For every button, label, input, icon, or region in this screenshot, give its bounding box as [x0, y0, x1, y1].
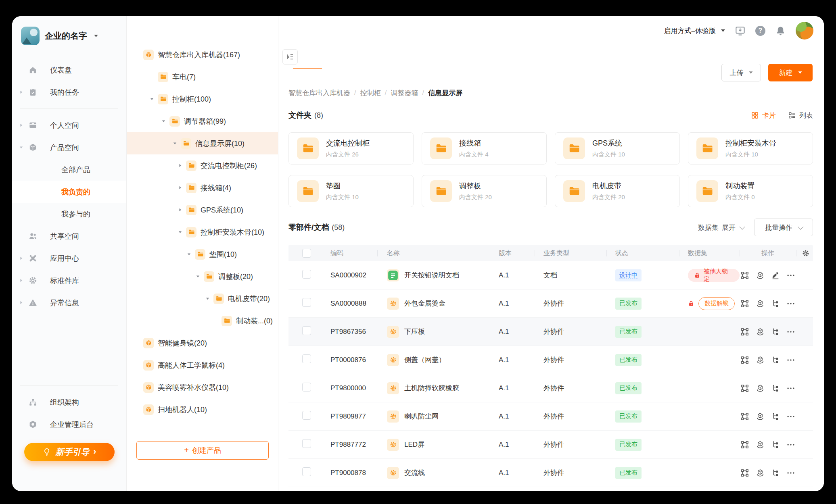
model-icon[interactable]: [756, 356, 765, 364]
tree-item[interactable]: 制动装...(0): [127, 310, 278, 332]
tree-item[interactable]: 交流电控制柜(26): [127, 154, 278, 177]
folder-card[interactable]: 控制柜安装木骨 内含文件 10: [688, 132, 813, 165]
upload-button[interactable]: 上传: [721, 64, 761, 81]
frame-icon[interactable]: [740, 299, 749, 308]
part-code[interactable]: SA0000902: [325, 271, 377, 279]
sidebar-item[interactable]: 我负责的: [12, 181, 126, 203]
new-button[interactable]: 新建: [768, 64, 813, 81]
row-checkbox[interactable]: [302, 326, 311, 335]
sidebar-item[interactable]: 我参与的: [12, 203, 126, 225]
sidebar-item[interactable]: 仪表盘: [12, 59, 126, 81]
model-icon[interactable]: [756, 440, 765, 449]
row-checkbox[interactable]: [302, 467, 311, 476]
frame-icon[interactable]: [740, 412, 749, 421]
frame-icon[interactable]: [740, 384, 749, 393]
tree-item[interactable]: 接线箱(4): [127, 177, 278, 199]
expand-caret-icon[interactable]: [192, 274, 204, 279]
more-icon[interactable]: [786, 384, 795, 393]
treeicon-icon[interactable]: [771, 440, 780, 449]
more-icon[interactable]: [786, 271, 795, 280]
workspace-switcher[interactable]: 企业的名字: [12, 16, 126, 48]
tree-item[interactable]: 智慧仓库出入库机器(167): [127, 44, 278, 66]
row-checkbox[interactable]: [302, 439, 311, 448]
sidebar-item[interactable]: 异常信息: [12, 292, 126, 314]
tree-item[interactable]: 美容喷雾补水仪器(10): [127, 376, 278, 398]
tree-item[interactable]: 垫圈(10): [127, 243, 278, 265]
expand-caret-icon[interactable]: [174, 185, 186, 190]
row-checkbox[interactable]: [302, 411, 311, 420]
treeicon-icon[interactable]: [771, 412, 780, 421]
treeicon-icon[interactable]: [771, 469, 780, 477]
part-code[interactable]: PT9867356: [325, 328, 377, 336]
select-all-checkbox[interactable]: [302, 249, 311, 258]
part-code[interactable]: PT0000876: [325, 356, 377, 364]
tree-item[interactable]: 智能健身镜(20): [127, 332, 278, 354]
user-avatar[interactable]: [796, 22, 813, 40]
column-settings-gear-icon[interactable]: [796, 245, 815, 261]
treeicon-icon[interactable]: [771, 327, 780, 336]
part-code[interactable]: PT9887772: [325, 441, 377, 449]
part-name[interactable]: 外包金属烫金: [404, 299, 445, 308]
treeicon-icon[interactable]: [771, 299, 780, 308]
sidebar-item[interactable]: 企业管理后台: [12, 413, 126, 435]
folder-card[interactable]: GPS系统 内含文件 10: [555, 132, 680, 165]
model-icon[interactable]: [756, 327, 765, 336]
tree-item[interactable]: 电机皮带(20): [127, 287, 278, 310]
more-icon[interactable]: [786, 440, 795, 449]
part-code[interactable]: PT9800000: [325, 384, 377, 392]
dataset-expand-toggle[interactable]: 数据集 展开: [698, 223, 744, 232]
edit-icon[interactable]: [771, 271, 780, 280]
client-download-icon[interactable]: [735, 25, 746, 36]
tree-item[interactable]: 信息显示屏(10): [127, 132, 278, 154]
data-unlock-button[interactable]: 数据解锁: [698, 297, 735, 310]
part-name[interactable]: 喇叭防尘网: [404, 412, 439, 421]
part-name[interactable]: LED屏: [404, 440, 424, 449]
tree-item[interactable]: 控制柜安装木骨(10): [127, 221, 278, 243]
more-icon[interactable]: [786, 299, 795, 308]
folder-card[interactable]: 调整板 内含文件 20: [422, 175, 547, 207]
part-code[interactable]: PT9809877: [325, 412, 377, 421]
row-checkbox[interactable]: [302, 383, 311, 392]
frame-icon[interactable]: [740, 469, 749, 477]
row-checkbox[interactable]: [302, 298, 311, 307]
row-checkbox[interactable]: [302, 270, 311, 279]
folder-card[interactable]: 接线箱 内含文件 4: [422, 132, 547, 165]
part-name[interactable]: 侧盖（网盖）: [404, 355, 445, 364]
frame-icon[interactable]: [740, 440, 749, 449]
more-icon[interactable]: [786, 412, 795, 421]
folder-card[interactable]: 交流电控制柜 内含文件 26: [288, 132, 414, 165]
more-icon[interactable]: [786, 356, 795, 364]
part-name[interactable]: 下压板: [404, 327, 425, 336]
folder-card[interactable]: 电机皮带 内含文件 20: [555, 175, 680, 207]
notification-bell-icon[interactable]: [775, 25, 786, 36]
expand-caret-icon[interactable]: [174, 230, 186, 234]
treeicon-icon[interactable]: [771, 356, 780, 364]
model-icon[interactable]: [756, 299, 765, 308]
sidebar-item[interactable]: 组织架构: [12, 391, 126, 413]
sidebar-item[interactable]: 产品空间: [12, 136, 126, 158]
sidebar-item[interactable]: 标准件库: [12, 269, 126, 292]
help-icon[interactable]: ?: [755, 26, 765, 36]
model-icon[interactable]: [756, 271, 765, 280]
frame-icon[interactable]: [740, 327, 749, 336]
list-view-toggle[interactable]: 列表: [788, 111, 813, 120]
plan-selector[interactable]: 启用方式–体验版: [664, 26, 725, 35]
model-icon[interactable]: [756, 412, 765, 421]
frame-icon[interactable]: [740, 271, 749, 280]
part-code[interactable]: SA0000888: [325, 300, 377, 308]
sidebar-item[interactable]: 全部产品: [12, 158, 126, 181]
folder-card[interactable]: 垫圈 内含文件 10: [288, 175, 414, 207]
batch-operation-button[interactable]: 批量操作: [754, 219, 813, 236]
expand-caret-icon[interactable]: [146, 97, 158, 101]
expand-caret-icon[interactable]: [174, 163, 186, 168]
part-code[interactable]: PT9000878: [325, 469, 377, 477]
tree-item[interactable]: 调整板(20): [127, 265, 278, 287]
expand-caret-icon[interactable]: [183, 252, 195, 256]
part-name[interactable]: 交流线: [404, 468, 425, 477]
tree-item[interactable]: 高能人体工学鼠标(4): [127, 354, 278, 376]
treeicon-icon[interactable]: [771, 384, 780, 393]
model-icon[interactable]: [756, 469, 765, 477]
folder-card[interactable]: 制动装置 内含文件 0: [688, 175, 813, 207]
tree-item[interactable]: 车电(7): [127, 66, 278, 88]
create-product-button[interactable]: + 创建产品: [136, 441, 269, 460]
